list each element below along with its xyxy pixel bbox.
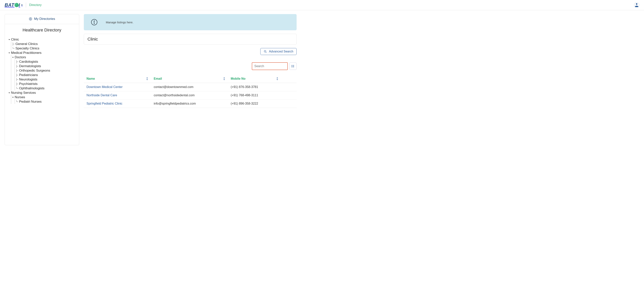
logo-text-pre: BAT <box>5 2 14 8</box>
tree-item-label: Specialty Clinics <box>16 46 40 50</box>
tree-item-label: Ophthalmologists <box>19 86 44 90</box>
column-header[interactable]: Email <box>151 75 228 83</box>
tree-node: Clinic├╴General Clinics└╴Specialty Clini… <box>8 37 77 50</box>
tree-item[interactable]: ├╴Neurologists <box>16 77 77 82</box>
sort-icon[interactable] <box>146 77 148 80</box>
advanced-search-button[interactable]: Advanced Search <box>260 48 296 55</box>
tree-item-label: Cardiologists <box>19 60 38 64</box>
tree-connector-icon: ├╴ <box>12 42 15 45</box>
search-icon <box>264 50 267 53</box>
listing-email: contact@northsidedental.com <box>151 91 228 100</box>
list-view-button[interactable] <box>289 62 296 70</box>
tree-item[interactable]: ├╴Dermatologists <box>16 64 77 68</box>
tree-node: Nurses└╴Pediatri Nurses <box>12 95 77 104</box>
topbar-left: BAT I ® Directory <box>5 2 42 8</box>
info-banner: Manage listings here. <box>84 14 296 30</box>
svg-point-0 <box>636 3 637 5</box>
cell-spacer <box>281 83 296 91</box>
tree-node: └╴Pediatri Nurses <box>16 99 77 104</box>
my-directories-link[interactable]: My Directories <box>29 17 55 21</box>
svg-point-7 <box>292 66 292 66</box>
tree-item[interactable]: Medical Practitioners <box>8 50 77 55</box>
info-icon <box>91 19 98 26</box>
tree-node: Medical PractitionersDoctors├╴Cardiologi… <box>8 50 77 90</box>
logo-reg: ® <box>21 4 23 6</box>
tree-item-label: Neurologists <box>19 77 38 81</box>
tree-connector-icon: └╴ <box>12 47 15 50</box>
table-row: Downtown Medical Centercontact@downtownm… <box>84 83 296 91</box>
user-icon <box>634 2 639 8</box>
column-spacer <box>281 75 296 83</box>
tree-item[interactable]: Clinic <box>8 37 77 42</box>
listing-email: contact@downtownmed.com <box>151 83 228 91</box>
tree-item[interactable]: ├╴General Clinics <box>12 42 77 46</box>
layout: My Directories Healthcare Directory Clin… <box>0 10 301 149</box>
listing-name-link[interactable]: Downtown Medical Center <box>86 85 122 89</box>
sidebar-top: My Directories <box>5 14 79 24</box>
collapse-icon[interactable] <box>12 56 14 58</box>
column-label: Name <box>86 77 95 80</box>
main-content: Manage listings here. Clinic Advanced Se… <box>84 14 296 145</box>
column-header[interactable]: Name <box>84 75 151 83</box>
search-row <box>84 62 296 70</box>
svg-point-5 <box>264 50 266 52</box>
tree-node: ├╴General Clinics <box>12 42 77 46</box>
tree-item[interactable]: ├╴Orthopedic Surgeons <box>16 68 77 73</box>
table-row: Springfield Pediatric Clinicinfo@springf… <box>84 100 296 108</box>
tree-connector-icon: └╴ <box>16 100 18 103</box>
tree-node: └╴Ophthalmologists <box>16 86 77 90</box>
tree-node: Nursing ServicesNurses└╴Pediatri Nurses <box>8 90 77 104</box>
topbar: BAT I ® Directory <box>0 0 644 10</box>
nav-link-directory[interactable]: Directory <box>29 3 42 7</box>
tree-item[interactable]: Nursing Services <box>8 90 77 95</box>
collapse-icon[interactable] <box>8 92 10 94</box>
table-row: Northside Dental Carecontact@northsidede… <box>84 91 296 100</box>
tree-item[interactable]: Nurses <box>12 95 77 99</box>
column-label: Email <box>154 77 162 80</box>
svg-point-4 <box>94 21 94 21</box>
logo[interactable]: BAT I ® <box>5 2 23 8</box>
collapse-icon[interactable] <box>8 38 10 40</box>
tree-item[interactable]: ├╴Pediatricians <box>16 73 77 77</box>
tree-connector-icon: ├╴ <box>16 73 18 77</box>
my-directories-label: My Directories <box>34 17 55 21</box>
sidebar-title: Healthcare Directory <box>5 24 79 37</box>
cell-spacer <box>281 91 296 100</box>
leaf-icon <box>14 3 19 7</box>
tree-connector-icon: ├╴ <box>16 69 18 72</box>
tree-item[interactable]: Doctors <box>12 55 77 59</box>
sort-icon[interactable] <box>276 77 278 80</box>
tree-item-label: Orthopedic Surgeons <box>19 69 50 72</box>
advanced-search-label: Advanced Search <box>269 50 293 53</box>
table-header-row: NameEmailMobile No <box>84 75 296 83</box>
tree-item[interactable]: ├╴Cardiologists <box>16 59 77 64</box>
user-avatar[interactable] <box>634 2 639 8</box>
listing-mobile: (+91) 896-358-3222 <box>228 100 281 108</box>
collapse-icon[interactable] <box>8 52 10 54</box>
tree-item-label: Medical Practitioners <box>11 51 42 55</box>
tree-item-label: General Clinics <box>16 42 38 46</box>
listing-name-link[interactable]: Northside Dental Care <box>86 94 117 97</box>
tree-item[interactable]: ├╴Psychiatrists <box>16 82 77 86</box>
list-icon <box>291 64 295 68</box>
tree-node: ├╴Pediatricians <box>16 73 77 77</box>
back-arrow-icon <box>29 17 32 21</box>
listing-email: info@springfieldpediatrics.com <box>151 100 228 108</box>
collapse-icon[interactable] <box>12 96 14 98</box>
listing-mobile: (+91) 876-358-3781 <box>228 83 281 91</box>
listing-mobile: (+91) 768-498-3111 <box>228 91 281 100</box>
column-header[interactable]: Mobile No <box>228 75 281 83</box>
tree-item[interactable]: └╴Ophthalmologists <box>16 86 77 90</box>
search-input[interactable] <box>252 63 287 69</box>
tree-item[interactable]: └╴Specialty Clinics <box>12 46 77 50</box>
listing-name-link[interactable]: Springfield Pediatric Clinic <box>86 102 122 105</box>
tree-item-label: Pediatricians <box>19 73 38 77</box>
tree-node: └╴Specialty Clinics <box>12 46 77 50</box>
tree-item-label: Psychiatrists <box>19 82 38 86</box>
tree-item[interactable]: └╴Pediatri Nurses <box>16 99 77 104</box>
tree-node: ├╴Cardiologists <box>16 59 77 64</box>
sort-icon[interactable] <box>223 77 225 80</box>
tree-item-label: Nursing Services <box>11 91 36 95</box>
search-highlight-box <box>252 62 288 70</box>
tree-connector-icon: ├╴ <box>16 78 18 81</box>
